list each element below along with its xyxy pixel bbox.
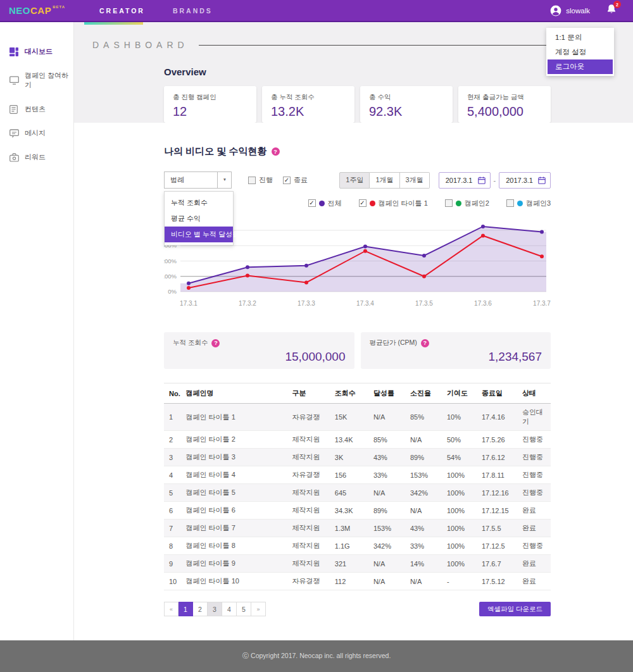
date-separator: - [494, 177, 496, 184]
table-row[interactable]: 3캠페인 타이틀 3제작지원3K43%89%54%17.6.12진행중 [164, 449, 551, 466]
legend-select[interactable]: 범례 [164, 171, 232, 189]
svg-text:17.3.1: 17.3.1 [180, 300, 197, 307]
page-button[interactable]: 2 [193, 602, 208, 616]
series-legend-item[interactable]: 캠페인3 [506, 198, 551, 208]
page-button[interactable]: 1 [179, 602, 193, 616]
table-cell: 캠페인 타이틀 7 [184, 520, 290, 537]
sidebar-item-1[interactable]: 대시보드 [0, 41, 73, 62]
checkbox-icon[interactable] [283, 177, 291, 184]
table-cell: 17.12.16 [479, 484, 520, 502]
table-row[interactable]: 5캠페인 타이틀 5제작지원645N/A342%100%17.12.16진행중 [164, 484, 551, 502]
table-row[interactable]: 1캠페인 타이틀 1자유경쟁15KN/A85%10%17.4.16승인대기 [164, 404, 551, 431]
page-button[interactable]: « [164, 602, 179, 616]
sidebar-item-3[interactable]: 컨텐츠 [0, 99, 73, 120]
sidebar-item-2[interactable]: 캠페인 참여하기 [0, 65, 73, 96]
page-button[interactable]: 4 [222, 602, 237, 616]
checkbox-icon[interactable] [359, 199, 367, 207]
series-legend-item[interactable]: 전체 [308, 198, 342, 208]
checkbox-icon[interactable] [445, 199, 453, 207]
table-cell: 321 [332, 555, 371, 573]
svg-text:17.3.6: 17.3.6 [474, 300, 492, 307]
user-menu-button[interactable]: slowalk [550, 5, 590, 16]
table-row[interactable]: 4캠페인 타이틀 4자유경쟁15633%153%100%17.8.11진행중 [164, 466, 551, 484]
table-cell: 342% [408, 484, 444, 502]
main-content: DASHBOARD Overview 총 진행 캠페인12총 누적 조회수13.… [74, 22, 633, 640]
table-cell: - [444, 573, 479, 590]
table-cell: 5 [164, 484, 184, 502]
table-row[interactable]: 9캠페인 타이틀 9제작지원321N/A14%100%17.6.7완료 [164, 555, 551, 573]
period-button[interactable]: 1개월 [370, 172, 399, 189]
user-menu-item[interactable]: 계정 설정 [548, 45, 613, 59]
notifications-button[interactable]: 2 [606, 4, 617, 17]
legend-select-option[interactable]: 평균 수익 [165, 211, 233, 227]
date-from-input[interactable]: 2017.3.1 [439, 172, 491, 189]
stat-card-value: 12 [173, 104, 248, 119]
sidebar-item-4[interactable]: 메시지 [0, 123, 73, 144]
table-cell: N/A [408, 431, 444, 449]
stat-card-label: 현재 출금가능 금액 [467, 93, 542, 102]
legend-select-option[interactable]: 비디오 별 누적 달성율 [165, 227, 233, 242]
svg-text:17.3.5: 17.3.5 [415, 300, 433, 307]
series-legend-label: 캠페인3 [526, 199, 551, 208]
table-header-cell: 달성률 [371, 383, 408, 404]
series-color-dot [370, 201, 375, 206]
date-to-input[interactable]: 2017.3.1 [499, 172, 551, 189]
table-cell: 645 [332, 484, 371, 502]
user-menu-item[interactable]: 1:1 문의 [548, 30, 613, 45]
summary-card-label-row: 평균단가 (CPM) [370, 339, 542, 347]
series-legend-item[interactable]: 캠페인2 [445, 198, 489, 208]
svg-text:0%: 0% [168, 288, 177, 295]
page-footer: ⓒ Copyright 2017. Neocap inc. all rights… [0, 640, 633, 672]
table-cell: 89% [408, 449, 444, 466]
table-cell: 17.5.5 [479, 520, 520, 537]
question-icon[interactable] [272, 147, 280, 156]
overview-cards: 총 진행 캠페인12총 누적 조회수13.2K총 수익92.3K현재 출금가능 … [164, 86, 551, 123]
page-button[interactable]: » [251, 602, 266, 616]
sidebar-item-5[interactable]: 리워드 [0, 147, 73, 168]
table-cell: 17.12.15 [479, 502, 520, 520]
table-row[interactable]: 6캠페인 타이틀 6제작지원34.3K89%N/A100%17.12.15완료 [164, 502, 551, 520]
excel-download-button[interactable]: 엑셀파일 다운로드 [479, 602, 551, 616]
table-row[interactable]: 10캠페인 타이틀 10자유경쟁112N/AN/A-17.5.12완료 [164, 573, 551, 590]
table-header-cell: No. [164, 383, 184, 404]
page-button[interactable]: 5 [237, 602, 251, 616]
status-filter-1[interactable]: 진행 [248, 175, 273, 185]
period-button[interactable]: 1주일 [339, 172, 370, 189]
table-cell: 100% [444, 537, 479, 555]
svg-text:17.3.3: 17.3.3 [298, 300, 315, 307]
user-menu-item[interactable]: 로그아웃 [548, 59, 613, 74]
table-cell: 제작지원 [290, 537, 332, 555]
nav-tab-brands[interactable]: BRANDS [172, 1, 214, 21]
table-cell: 진행중 [520, 537, 551, 555]
table-row[interactable]: 2캠페인 타이틀 2제작지원13.4K85%N/A50%17.5.26진행중 [164, 431, 551, 449]
campaign-icon [9, 76, 19, 85]
table-cell: 2 [164, 431, 184, 449]
status-filter-2[interactable]: 종료 [283, 175, 308, 185]
legend-select-option[interactable]: 누적 조회수 [165, 195, 233, 211]
checkbox-icon[interactable] [308, 199, 316, 207]
content-area: 나의 비디오 및 수익현황 범례 누적 조회수평균 수익비디오 별 누적 달성율… [74, 123, 633, 654]
calendar-icon [478, 177, 486, 184]
table-cell: 제작지원 [290, 502, 332, 520]
table-cell: 100% [444, 484, 479, 502]
filter-row: 범례 누적 조회수평균 수익비디오 별 누적 달성율 진행종료 1주일1개월3개… [164, 171, 551, 189]
table-cell: 100% [444, 520, 479, 537]
logo[interactable]: NEOCAPBETA [0, 5, 74, 16]
table-row[interactable]: 8캠페인 타이틀 8제작지원1.1G342%33%100%17.12.5진행중 [164, 537, 551, 555]
summary-card: 평균단가 (CPM)1,234,567 [361, 332, 551, 369]
question-icon[interactable] [211, 339, 220, 347]
question-icon[interactable] [421, 339, 429, 347]
table-cell: 17.6.12 [479, 449, 520, 466]
contents-icon [9, 105, 19, 114]
page-button[interactable]: 3 [208, 602, 222, 616]
checkbox-icon[interactable] [248, 177, 256, 184]
table-cell: 캠페인 타이틀 8 [184, 537, 290, 555]
table-row[interactable]: 7캠페인 타이틀 7제작지원1.3M153%43%100%17.5.5완료 [164, 520, 551, 537]
table-header-cell: 캠페인명 [184, 383, 290, 404]
period-button[interactable]: 3개월 [400, 172, 430, 189]
table-cell: 완료 [520, 520, 551, 537]
nav-tab-creator[interactable]: CREATOR [98, 1, 146, 21]
table-cell: 캠페인 타이틀 1 [184, 404, 290, 431]
checkbox-icon[interactable] [506, 199, 514, 207]
series-legend-item[interactable]: 캠페인 타이틀 1 [359, 198, 428, 208]
